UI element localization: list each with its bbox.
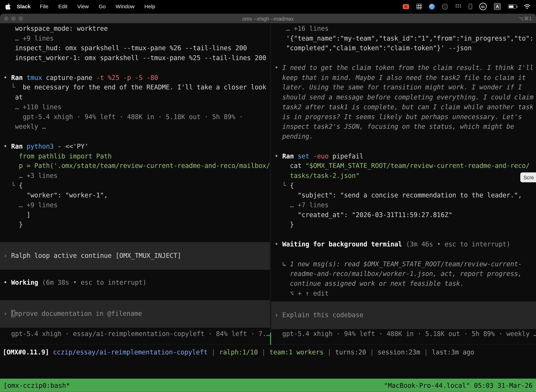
terminal-line: gpt-5.4 xhigh · essay/ai-reimplementatio… [0,329,270,339]
menu-item-help[interactable]: Help [144,3,155,9]
menubar-status-icons: 61 A [403,3,531,10]
screen-recording-icon[interactable] [403,4,409,9]
menu-item-view[interactable]: View [77,3,89,9]
terminal-line: • Ran set -euo pipefail [271,151,536,161]
terminal-text: cczip/essay/ai-reimplementation-copyleft [53,349,207,356]
prompt-input-row[interactable]: › Improve documentation in @filename [0,300,270,327]
terminal-text: | [420,349,432,356]
terminal-line: … +110 lines [0,103,270,112]
terminal-text: } [274,221,294,228]
battery-percent-icon[interactable]: 61 [479,3,487,10]
terminal-text: [OMX#0.11.9] [3,349,53,356]
terminal-text: • [3,279,11,286]
menu-item-edit[interactable]: Edit [58,3,67,9]
terminal-text: "subject": "send a concise recommendatio… [274,191,522,199]
terminal-text: p = Path('.omx/state/team/review-current… [3,162,270,169]
terminal-text: inspect task2's JSON, focusing on the st… [274,123,514,130]
terminal-line: "completed","claim_token":"claim-token"}… [271,44,536,53]
terminal-line: … +9 lines [0,201,270,210]
prompt-input-row[interactable]: › Explain this codebase [271,301,536,329]
dots-grid-icon[interactable] [455,5,461,8]
blue-app-icon[interactable] [429,4,435,9]
command-block-python: • Ran python3 - <<'PY' from pathlib impo… [0,142,270,230]
mailbox-notice: ↳ 1 new msg(s): read $OMX_TEAM_STATE_ROO… [271,259,536,299]
zoom-window-button[interactable] [19,16,23,21]
terminal-line: is in progress? It seems likely but perh… [271,112,536,122]
menu-item-file[interactable]: File [40,3,48,9]
terminal-text: continue assigned work or next feasible … [274,280,464,287]
terminal-text: "$OMX_TEAM_STATE_ROOT/team/review-curren… [306,162,530,169]
terminal-text: -t %25 -p -S -80 [96,74,158,81]
terminal-text: at [3,93,23,101]
terminal-text: I need to get the claim token from the c… [282,64,534,71]
terminal-line: … +7 lines [271,201,536,210]
terminal-text: "created_at": "2026-03-31T11:59:27.816Z" [274,211,452,219]
terminal-text: gpt-5.4 xhigh · 94% left · 488K in · 5.1… [3,113,243,120]
terminal-text: ralph:1/10 [219,349,258,356]
terminal-text: | [208,349,219,356]
command-block-cat-task: • Ran set -euo pipefail cat "$OMX_TEAM_S… [271,151,536,230]
battery-icon[interactable] [508,5,517,9]
input-source-icon[interactable]: A [494,3,501,10]
window-title: omx --xhigh --madmax [0,15,536,21]
terminal-text: └ [274,182,290,189]
menu-items: FileEditViewGoWindowHelp [40,3,165,9]
terminal-text: Ran [11,74,27,81]
apple-menu-icon[interactable] [5,3,10,9]
minimize-window-button[interactable] [11,16,16,21]
terminal-line: from pathlib import Path [0,151,270,161]
terminal-line: "created_at": "2026-03-31T11:59:27.816Z" [271,210,536,220]
terminal-text: pending. [274,133,313,140]
terminal-line: gpt-5.4 xhigh · 94% left · 488K in · 5.1… [0,112,270,122]
terminal-text: └ [3,182,19,189]
terminal-text: - <<'PY' [54,143,88,150]
working-status: • Working (6m 38s • esc to interrupt) [0,278,270,288]
terminal-text: { [19,182,23,189]
menu-item-go[interactable]: Go [99,3,106,9]
terminal-text: -euo [309,152,329,160]
terminal-line: '{"team_name":"my-team","task_id":"1","f… [271,34,536,44]
menu-item-window[interactable]: Window [115,3,134,9]
terminal-line: … +9 lines [0,34,270,44]
terminal-text: › [3,310,11,317]
grid-icon[interactable] [416,4,422,9]
terminal-text: session:23m [378,349,420,356]
terminal-line: • I need to get the claim token from the… [271,63,536,73]
terminal-line: › Ralph loop active continue [OMX_TMUX_I… [0,251,181,261]
active-app-menu[interactable]: Slack [17,3,31,9]
terminal-text: › [3,252,11,259]
terminal-line: › Explain this codebase [271,310,364,320]
terminal-split-view: workspace_mode: worktree … +9 lines insp… [0,23,536,344]
terminal-line: workspace_mode: worktree [0,24,270,34]
terminal-text: cat [274,162,306,169]
wifi-icon[interactable] [524,4,531,9]
terminal-text: is in progress? It seems likely but perh… [274,113,522,120]
terminal-line: } [0,220,270,230]
terminal-text: | [366,349,378,356]
terminal-text: '{"team_name":"my-team","task_id":"1","f… [274,35,534,42]
terminal-line: keep that in mind. Maybe I also need the… [271,73,536,83]
dark-app-icon[interactable] [442,4,448,9]
terminal-text: (6m 38s • esc to interrupt) [42,279,146,286]
prompt-row-ralph-loop[interactable]: › Ralph loop active continue [OMX_TMUX_I… [0,242,270,270]
close-window-button[interactable] [4,16,9,21]
terminal-text: weekly … [3,123,46,130]
terminal-line: should send a message before completing … [271,93,536,103]
terminal-text: › Explain this codebase [274,311,364,318]
terminal-text: • [274,64,282,71]
terminal-text: tmux [27,74,46,81]
omx-status-bar: [OMX#0.11.9] cczip/essay/ai-reimplementa… [0,344,536,379]
device-icon[interactable] [469,4,472,9]
window-titlebar[interactable]: omx --xhigh --madmax ⌥⌘1 [0,14,536,23]
window-shortcut-hint: ⌥⌘1 [519,16,532,21]
terminal-line: inspect_hud: omx sparkshell --tmux-pane … [0,44,270,53]
terminal-line: "subject": "send a concise recommendatio… [271,191,536,201]
terminal-text: inspect_worker-1: omx sparkshell --tmux-… [3,54,266,61]
terminal-line: pending. [271,132,536,142]
terminal-line: › Improve documentation in @filename [0,309,142,319]
terminal-text: • [3,74,11,81]
terminal-line: } [271,220,536,230]
terminal-line: readme-and-reco/mailbox/worker-1.json, a… [271,269,536,279]
pane-divider[interactable] [270,23,271,344]
terminal-line: • Waiting for background terminal (3m 46… [271,240,536,250]
